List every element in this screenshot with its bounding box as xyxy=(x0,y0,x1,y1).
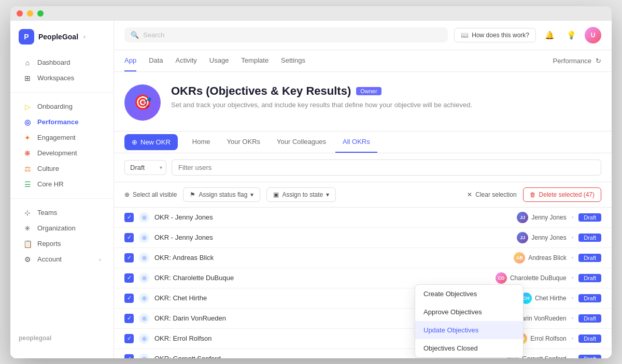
maximize-button[interactable] xyxy=(37,10,44,17)
lightbulb-button[interactable]: 💡 xyxy=(563,27,579,43)
table-row[interactable]: ✓ ◎ OKR: Chet Hirthe CH Chet Hirthe • Dr… xyxy=(114,288,612,309)
sidebar-item-account[interactable]: ⚙ Account › xyxy=(15,252,109,267)
app-window: P PeopleGoal › ⌂ Dashboard ⊞ Workspaces … xyxy=(10,6,612,358)
subnav-item-activity[interactable]: Activity xyxy=(176,50,197,71)
sidebar-item-core-hr[interactable]: ☰ Core HR xyxy=(15,177,109,192)
clear-selection-button[interactable]: ✕ Clear selection xyxy=(467,191,516,198)
search-icon: 🔍 xyxy=(131,31,139,39)
help-button[interactable]: 📖 How does this work? xyxy=(454,28,536,42)
circle-icon: ◎ xyxy=(139,313,149,324)
status-select[interactable]: Draft Active Closed xyxy=(124,160,166,175)
row-title: OKR: Charolette DuBuque xyxy=(154,274,490,282)
tab-all-okrs[interactable]: All OKRs xyxy=(335,132,377,153)
row-user: CD Charolette DuBuque xyxy=(496,272,567,284)
sidebar-item-workspaces[interactable]: ⊞ Workspaces xyxy=(15,70,109,86)
dropdown-item-update[interactable]: Update Objectives xyxy=(415,321,523,339)
minimize-button[interactable] xyxy=(27,10,33,17)
assign-state-button[interactable]: ▣ Assign to state ▾ xyxy=(266,187,336,202)
table-row[interactable]: ✓ ◎ OKR: Andreas Blick AB Andreas Blick … xyxy=(114,248,612,268)
circle-icon: ◎ xyxy=(139,253,149,263)
subnav-right: Performance ↻ xyxy=(553,57,601,65)
draft-badge: Draft xyxy=(578,254,601,262)
subnav-item-usage[interactable]: Usage xyxy=(209,50,229,71)
organization-icon: ✳ xyxy=(23,224,32,232)
subnav-item-data[interactable]: Data xyxy=(149,50,163,71)
table-row[interactable]: ✓ ◎ OKR: Errol Rolfson ER Errol Rolfson … xyxy=(114,329,612,349)
separator: • xyxy=(572,214,574,220)
reports-icon: 📋 xyxy=(23,240,32,248)
row-checkbox[interactable]: ✓ xyxy=(124,354,134,358)
dropdown-item-create[interactable]: Create Objectives xyxy=(415,285,523,303)
search-box[interactable]: 🔍 Search xyxy=(124,27,448,42)
sidebar-item-teams[interactable]: ⊹ Teams xyxy=(15,205,109,221)
tab-home[interactable]: Home xyxy=(185,132,218,153)
sidebar-item-reports[interactable]: 📋 Reports xyxy=(15,236,109,252)
sidebar-item-performance[interactable]: ◎ Performance xyxy=(15,114,109,130)
sidebar-item-onboarding[interactable]: ▷ Onboarding xyxy=(15,99,109,114)
row-checkbox[interactable]: ✓ xyxy=(124,273,134,283)
notifications-button[interactable]: 🔔 xyxy=(541,27,558,43)
teams-icon: ⊹ xyxy=(23,209,32,217)
topbar: 🔍 Search 📖 How does this work? 🔔 💡 U xyxy=(114,21,612,50)
table-row[interactable]: ✓ ◎ OKR: Charolette DuBuque CD Charolett… xyxy=(114,268,612,288)
row-checkbox[interactable]: ✓ xyxy=(124,334,134,343)
sidebar-item-label: Teams xyxy=(37,209,57,216)
tabs-bar: ⊕ New OKR Home Your OKRs Your Colleagues… xyxy=(114,132,612,153)
header-description: Set and track your objectives, and inclu… xyxy=(171,101,472,109)
settings-icon: ⚙ xyxy=(23,255,32,264)
select-all-button[interactable]: ⊕ Select all visible xyxy=(124,191,177,198)
circle-icon: ◎ xyxy=(139,232,149,243)
row-checkbox[interactable]: ✓ xyxy=(124,233,134,242)
sidebar-logo[interactable]: P PeopleGoal › xyxy=(10,29,114,55)
header-info: OKRs (Objectives & Key Results) Owner Se… xyxy=(171,84,472,109)
close-button[interactable] xyxy=(17,10,23,17)
sidebar-item-dashboard[interactable]: ⌂ Dashboard xyxy=(15,55,109,70)
subnav-item-app[interactable]: App xyxy=(124,50,136,71)
dropdown-item-approve[interactable]: Approve Objectives xyxy=(415,303,523,321)
sidebar-item-engagement[interactable]: ✦ Engagement xyxy=(15,130,109,145)
subnav-item-template[interactable]: Template xyxy=(241,50,268,71)
assign-flag-button[interactable]: ⚑ Assign status flag ▾ xyxy=(183,187,260,202)
new-okr-button[interactable]: ⊕ New OKR xyxy=(124,134,178,150)
separator: • xyxy=(572,295,574,301)
user-avatar[interactable]: U xyxy=(585,27,601,43)
draft-badge: Draft xyxy=(578,314,601,323)
filter-users-input[interactable] xyxy=(172,159,601,176)
sidebar-top-section: ⌂ Dashboard ⊞ Workspaces xyxy=(10,55,114,93)
development-icon: ❋ xyxy=(23,149,32,157)
row-user: CH Chet Hirthe xyxy=(520,293,567,304)
user-name: Chet Hirthe xyxy=(535,295,567,302)
user-avatar: CD xyxy=(496,272,507,284)
circle-icon: ◎ xyxy=(139,293,149,303)
table-row[interactable]: ✓ ◎ OKR: Garnett Sanford GS Garnett Sanf… xyxy=(114,349,612,358)
user-name: Errol Rolfson xyxy=(530,335,566,342)
row-checkbox[interactable]: ✓ xyxy=(124,213,134,222)
performance-icon: ◎ xyxy=(23,118,32,126)
tab-your-okrs[interactable]: Your OKRs xyxy=(219,132,267,153)
user-name: Darin VonRueden xyxy=(517,315,567,322)
table-row[interactable]: ✓ ◎ OKR: Darin VonRueden DV Darin VonRue… xyxy=(114,309,612,329)
row-checkbox[interactable]: ✓ xyxy=(124,314,134,323)
draft-badge: Draft xyxy=(578,274,601,282)
subnav-item-settings[interactable]: Settings xyxy=(281,50,305,71)
sidebar-item-development[interactable]: ❋ Development xyxy=(15,145,109,161)
chevron-right-icon: › xyxy=(83,33,86,40)
action-bar: ⊕ Select all visible ⚑ Assign status fla… xyxy=(114,182,612,208)
user-avatar: JJ xyxy=(517,232,528,243)
draft-badge: Draft xyxy=(578,355,601,358)
refresh-icon[interactable]: ↻ xyxy=(596,57,601,65)
row-checkbox[interactable]: ✓ xyxy=(124,294,134,303)
culture-icon: ⚖ xyxy=(23,165,32,173)
table-row[interactable]: ✓ ◎ OKR - Jenny Jones JJ Jenny Jones • D… xyxy=(114,208,612,228)
table-row[interactable]: ✓ ◎ OKR - Jenny Jones JJ Jenny Jones • D… xyxy=(114,228,612,248)
circle-icon: ◎ xyxy=(139,333,149,344)
user-name: Jenny Jones xyxy=(531,214,566,221)
sidebar-item-organization[interactable]: ✳ Organization xyxy=(15,221,109,236)
row-checkbox[interactable]: ✓ xyxy=(124,253,134,263)
sidebar-item-culture[interactable]: ⚖ Culture xyxy=(15,161,109,177)
tab-your-colleagues[interactable]: Your Colleagues xyxy=(270,132,333,153)
sidebar-item-label: Account xyxy=(37,255,62,263)
dropdown-item-closed[interactable]: Objectives Closed xyxy=(415,339,523,357)
draft-badge: Draft xyxy=(578,234,601,242)
delete-selected-button[interactable]: 🗑 Delete selected (47) xyxy=(523,187,601,202)
